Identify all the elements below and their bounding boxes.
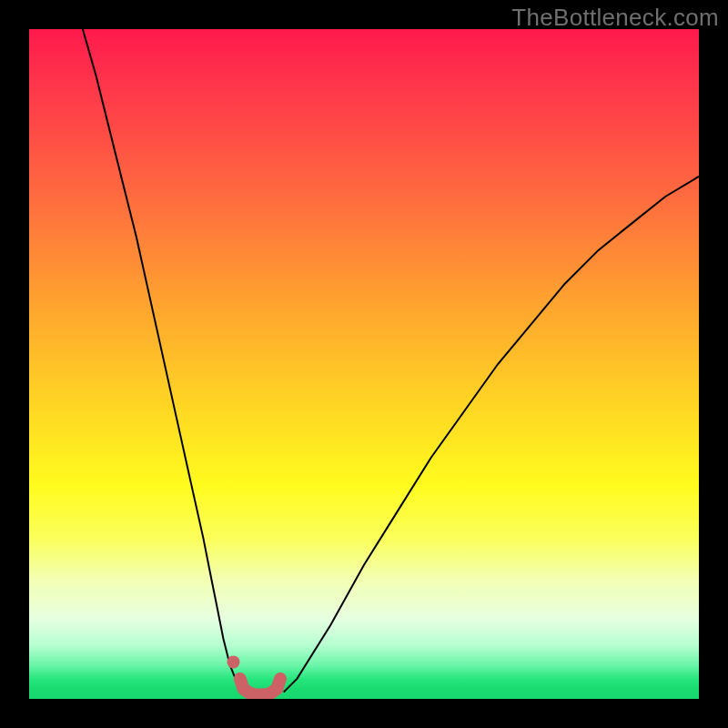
chart-frame: TheBottleneck.com (0, 0, 728, 728)
curve-left (83, 29, 244, 693)
watermark-text: TheBottleneck.com (511, 4, 719, 32)
curves-svg (29, 29, 699, 699)
trough-highlight (240, 679, 280, 695)
plot-area (29, 29, 699, 699)
curve-right (284, 177, 699, 693)
trough-entry-dot (228, 656, 240, 669)
curve-layer (83, 29, 699, 695)
